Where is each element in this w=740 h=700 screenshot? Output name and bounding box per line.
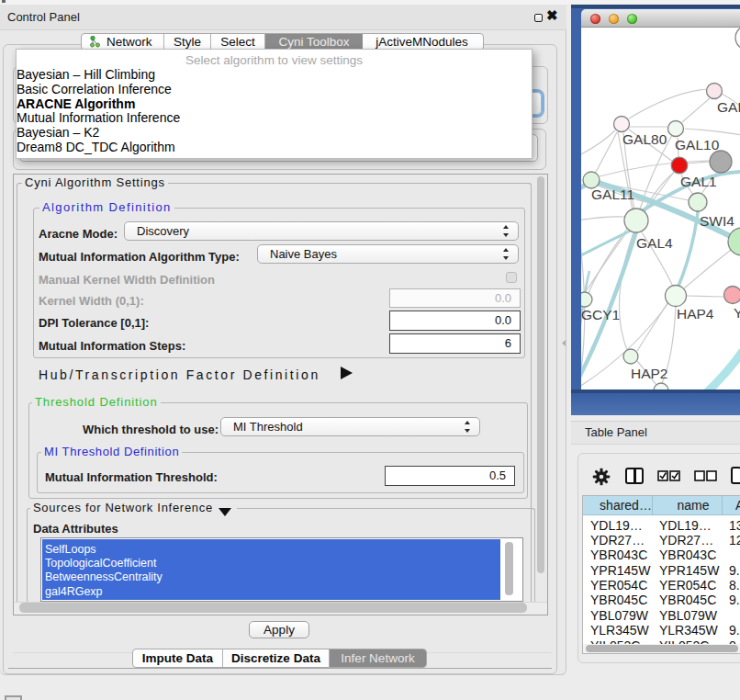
svg-text:GAL11: GAL11 (591, 186, 634, 202)
svg-text:HAP2: HAP2 (631, 366, 668, 381)
svg-text:GCY1: GCY1 (581, 307, 620, 322)
svg-text:Y: Y (734, 305, 740, 321)
svg-text:HAP4: HAP4 (677, 306, 714, 322)
svg-text:SWI4: SWI4 (700, 213, 734, 229)
svg-text:GAL4: GAL4 (636, 235, 673, 251)
svg-text:GAL7: GAL7 (717, 99, 740, 115)
svg-text:GAL10: GAL10 (675, 137, 720, 152)
svg-text:GAL1: GAL1 (680, 174, 717, 189)
svg-text:GAL80: GAL80 (622, 131, 667, 147)
